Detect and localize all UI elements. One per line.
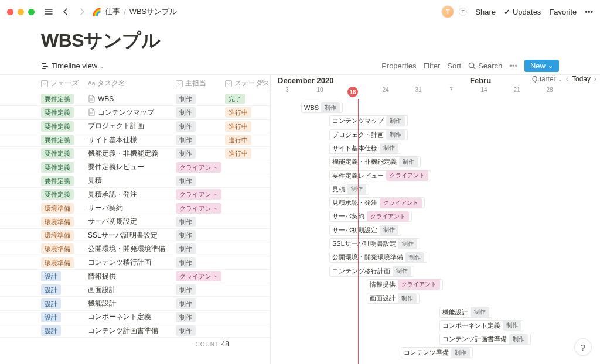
phase-tag: 環境準備 xyxy=(41,257,74,268)
timeline-icon xyxy=(41,62,49,70)
timeline-bar[interactable]: プロジェクト計画制作 xyxy=(329,129,408,140)
status-tag: 進行中 xyxy=(225,135,251,145)
check-icon xyxy=(504,8,510,16)
task-name: 見積承認・発注 xyxy=(88,190,137,200)
table-row[interactable]: 要件定義見積承認・発注クライアント xyxy=(0,188,270,201)
table-row[interactable]: 環境準備公開環境・開発環境準備制作 xyxy=(0,242,270,256)
table-row[interactable]: 設計コンテンツ計画書準備制作 xyxy=(0,324,270,338)
timeline-bar[interactable]: 画面設計制作 xyxy=(367,293,420,304)
timeline-bar[interactable]: コンテンツ計画書準備制作 xyxy=(439,334,531,345)
timeline-bar[interactable]: WBS制作 xyxy=(301,102,343,113)
status-tag: 完了 xyxy=(225,94,245,104)
table-row[interactable]: 要件定義機能定義・非機能定義制作進行中 xyxy=(0,147,270,160)
owner-tag: 制作 xyxy=(176,312,196,322)
table-row[interactable]: 要件定義サイト基本仕様制作進行中 xyxy=(0,133,270,147)
breadcrumb[interactable]: 🌈 仕事 / WBSサンプル xyxy=(92,6,177,17)
sort-button[interactable]: Sort xyxy=(447,61,461,70)
owner-tag: 制作 xyxy=(176,135,196,145)
table-row[interactable]: 環境準備コンテンツ移行計画制作 xyxy=(0,256,270,270)
task-name: WBS xyxy=(98,95,114,103)
phase-tag: 環境準備 xyxy=(41,203,74,214)
table-row[interactable]: 要件定義プロジェクト計画制作進行中 xyxy=(0,120,270,133)
help-button[interactable]: ? xyxy=(574,338,592,356)
timeline-bar[interactable]: SSLサーバ証明書設定制作 xyxy=(329,238,420,249)
phase-tag: 環境準備 xyxy=(41,217,74,227)
collapse-icon[interactable]: ≪ xyxy=(258,77,265,85)
timeline-date: 10 xyxy=(304,87,336,97)
phase-tag: 環境準備 xyxy=(41,243,74,254)
table-row[interactable]: 要件定義コンテンツマップ制作進行中 xyxy=(0,106,270,119)
table-row[interactable]: 要件定義WBS制作完了 xyxy=(0,92,270,106)
bar-task: 情報提供 xyxy=(370,280,396,289)
properties-button[interactable]: Properties xyxy=(381,61,416,70)
table-row[interactable]: 環境準備サーバ初期設定制作 xyxy=(0,215,270,229)
bar-owner: クライアント xyxy=(398,279,440,290)
table-row[interactable]: 要件定義要件定義レビュークライアント xyxy=(0,160,270,174)
timeline-today-button[interactable]: Today xyxy=(572,75,591,83)
more-icon[interactable]: ••• xyxy=(585,8,593,16)
new-button[interactable]: New xyxy=(524,60,559,72)
forward-icon[interactable] xyxy=(76,6,88,17)
back-icon[interactable] xyxy=(59,6,72,17)
timeline-bar[interactable]: サーバ契約クライアント xyxy=(329,211,412,222)
col-header-owner[interactable]: ○主担当 xyxy=(176,78,225,88)
timeline-bar[interactable]: 機能設計制作 xyxy=(439,307,492,318)
breadcrumb-parent[interactable]: 仕事 xyxy=(105,6,120,17)
timeline-bar[interactable]: 公開環境・開発環境準備制作 xyxy=(329,252,427,263)
col-header-status[interactable]: ○ステータス xyxy=(225,78,274,88)
timeline-bar[interactable]: コンポーネント定義制作 xyxy=(439,320,524,331)
table-row[interactable]: 環境準備サーバ契約クライアント xyxy=(0,201,270,215)
col-header-phase[interactable]: ○フェーズ xyxy=(41,78,88,88)
bar-owner: 制作 xyxy=(503,320,521,331)
bar-owner: 制作 xyxy=(321,102,340,113)
filter-button[interactable]: Filter xyxy=(423,61,440,70)
favorite-button[interactable]: Favorite xyxy=(549,8,577,16)
breadcrumb-current[interactable]: WBSサンプル xyxy=(129,6,178,17)
bar-owner: 制作 xyxy=(386,116,405,126)
share-button[interactable]: Share xyxy=(475,8,496,16)
window-controls[interactable] xyxy=(7,9,35,15)
timeline-bar[interactable]: サーバ初期設定制作 xyxy=(329,225,401,236)
owner-tag: 制作 xyxy=(176,230,196,241)
bar-task: サーバ契約 xyxy=(332,212,364,221)
table-row[interactable]: 設計画面設計制作 xyxy=(0,283,270,297)
timeline-date: 16 xyxy=(336,87,369,97)
page-icon xyxy=(88,108,96,116)
table-row[interactable]: 環境準備SSLサーバ証明書設定制作 xyxy=(0,229,270,242)
table-row[interactable]: 設計機能設計制作 xyxy=(0,297,270,310)
phase-tag: 設計 xyxy=(41,271,61,281)
view-tab-timeline[interactable]: Timeline view ⌄ xyxy=(41,61,104,70)
timeline-bar[interactable]: コンテンツ移行計画制作 xyxy=(329,266,414,277)
timeline-month-2: Febru xyxy=(470,76,491,85)
timeline-bar[interactable]: コンテンツ準備制作 xyxy=(401,347,473,358)
bar-task: 見積承認・発注 xyxy=(332,198,377,207)
avatar[interactable]: T xyxy=(441,5,454,18)
phase-tag: 要件定義 xyxy=(41,148,74,159)
updates-button[interactable]: Updates xyxy=(504,8,541,16)
timeline-range[interactable]: Quarter ⌄ xyxy=(532,75,562,83)
search-button[interactable]: Search xyxy=(468,61,502,70)
timeline-bar[interactable]: 情報提供クライアント xyxy=(367,279,443,290)
bar-task: サイト基本仕様 xyxy=(332,144,377,153)
timeline-bar[interactable]: サイト基本仕様制作 xyxy=(329,143,401,154)
timeline-bar[interactable]: 機能定義・非機能定義制作 xyxy=(329,156,421,167)
timeline-bar[interactable]: 見積承認・発注クライアント xyxy=(329,197,425,208)
timeline-date: 21 xyxy=(500,87,533,97)
owner-tag: 制作 xyxy=(176,176,196,186)
bar-owner: 制作 xyxy=(380,225,398,235)
timeline-bar[interactable]: 見積制作 xyxy=(329,184,369,195)
timeline-bar[interactable]: 要件定義レビュークライアント xyxy=(329,170,431,181)
bar-owner: 制作 xyxy=(405,252,424,263)
table-row[interactable]: 設計情報提供クライアント xyxy=(0,270,270,283)
timeline-bar[interactable]: コンテンツマップ制作 xyxy=(329,115,408,126)
timeline-next-icon[interactable]: › xyxy=(594,75,596,83)
col-header-task[interactable]: Aaタスク名 xyxy=(88,78,176,88)
owner-tag: 制作 xyxy=(176,243,196,254)
table-row[interactable]: 設計コンポーネント定義制作 xyxy=(0,311,270,324)
table-row[interactable]: 要件定義見積制作 xyxy=(0,174,270,188)
hamburger-icon[interactable] xyxy=(42,6,56,18)
bar-task: コンテンツ計画書準備 xyxy=(442,335,507,344)
timeline-prev-icon[interactable]: ‹ xyxy=(566,75,568,83)
svg-point-3 xyxy=(469,63,474,67)
more-toolbar-icon[interactable]: ••• xyxy=(509,61,517,70)
